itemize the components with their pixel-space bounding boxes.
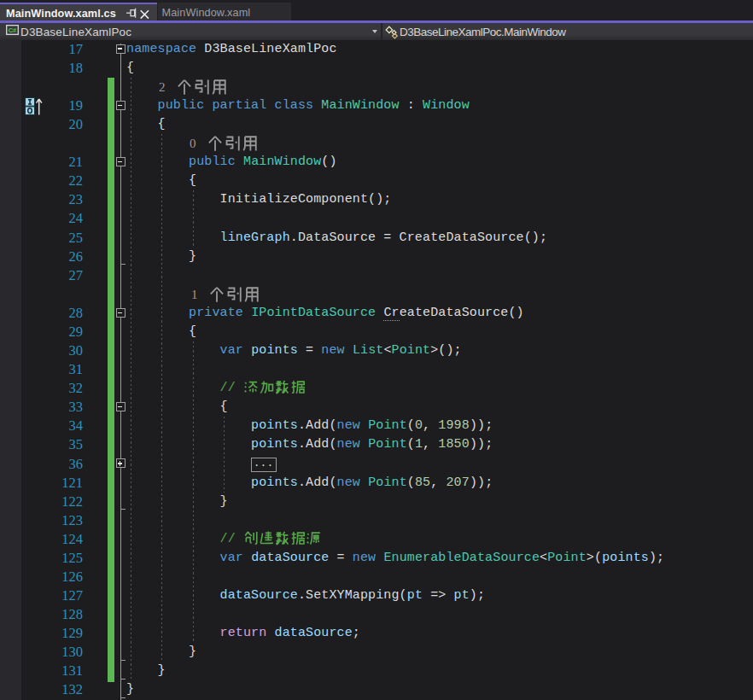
svg-text:C#: C#	[9, 26, 17, 34]
